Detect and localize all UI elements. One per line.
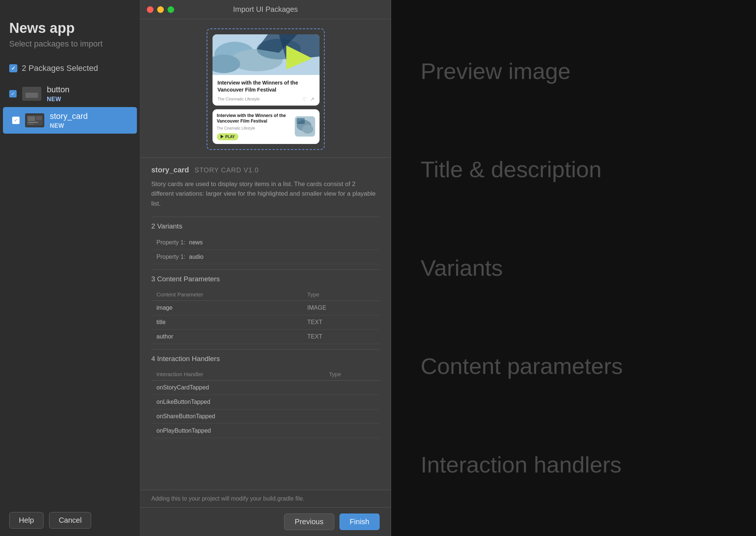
interaction-section-title: 4 Interaction Handlers	[151, 355, 380, 363]
news-card-large: Interview with the Winners of the Vancou…	[213, 34, 320, 106]
param-name-2: author	[151, 330, 302, 344]
news-card-small-content: Interview with the Winners of the Vancou…	[217, 113, 291, 140]
package-name-button: button	[47, 85, 69, 95]
variant-item-0: Property 1: news	[151, 236, 380, 250]
component-version: STORY CARD V1.0	[194, 166, 259, 174]
component-name: story_card	[151, 166, 189, 174]
interaction-row-1: onLikeButtonTapped	[151, 395, 380, 409]
news-card-title: Interview with the Winners of the Vancou…	[218, 79, 314, 93]
variant-value-0: news	[189, 239, 203, 246]
play-label: PLAY	[225, 135, 235, 139]
interaction-handler-2: onShareButtonTapped	[151, 409, 324, 424]
package-badge-story-card: NEW	[50, 123, 88, 129]
package-item-button[interactable]: button NEW	[0, 80, 140, 107]
play-button[interactable]: PLAY	[217, 133, 239, 140]
package-name-story-card: story_card	[50, 111, 88, 121]
news-card-actions: ♡ ↗	[302, 96, 314, 102]
interaction-row-2: onShareButtonTapped	[151, 409, 380, 424]
package-icon-story-card	[25, 113, 44, 127]
interaction-handler-0: onStoryCardTapped	[151, 381, 324, 395]
content-params-section-title: 3 Content Parameters	[151, 275, 380, 283]
package-info-story-card: story_card NEW	[50, 111, 88, 129]
footer-note: Adding this to your project will modify …	[140, 490, 391, 507]
interaction-col2-header: Type	[324, 368, 380, 381]
interaction-col1-header: Interaction Handler	[151, 368, 324, 381]
divider-2	[151, 269, 380, 270]
interaction-row-0: onStoryCardTapped	[151, 381, 380, 395]
svg-rect-4	[36, 116, 42, 120]
package-badge-button: NEW	[47, 96, 69, 103]
svg-rect-3	[28, 124, 34, 124]
select-all-checkbox[interactable]	[9, 64, 17, 72]
play-triangle-icon	[221, 135, 224, 138]
col-param-header: Content Parameter	[151, 288, 302, 301]
svg-point-13	[302, 125, 313, 134]
title-bar: Import UI Packages	[140, 0, 391, 19]
cancel-button[interactable]: Cancel	[49, 512, 91, 529]
param-type-1: TEXT	[302, 315, 380, 330]
svg-rect-2	[28, 122, 38, 123]
right-panel: Preview image Title & description Varian…	[391, 0, 756, 536]
heart-icon[interactable]: ♡	[302, 96, 307, 102]
dialog-area: Import UI Packages	[140, 0, 391, 536]
svg-rect-1	[28, 116, 35, 121]
param-type-0: IMAGE	[302, 301, 380, 315]
variant-label-0: Property 1:	[156, 239, 185, 246]
divider-1	[151, 217, 380, 217]
packages-selected-label: 2 Packages Selected	[22, 63, 98, 73]
maximize-button[interactable]	[168, 6, 174, 13]
package-item-story-card[interactable]: story_card NEW	[3, 107, 137, 134]
previous-button[interactable]: Previous	[284, 513, 334, 530]
panel-section-interaction: Interaction handlers	[421, 451, 726, 478]
help-button[interactable]: Help	[9, 512, 44, 529]
news-card-small-thumb	[295, 116, 315, 137]
panel-section-content-params: Content parameters	[421, 353, 726, 380]
share-icon[interactable]: ↗	[310, 96, 314, 102]
interaction-header-row: Interaction Handler Type	[151, 368, 380, 381]
dialog-title: Import UI Packages	[233, 5, 298, 14]
news-card-small-source: The Cinematic Lifestyle	[217, 126, 291, 130]
variant-item-1: Property 1: audio	[151, 250, 380, 264]
sidebar-bottom: Help Cancel	[0, 505, 140, 536]
panel-section-title-desc: Title & description	[421, 156, 726, 183]
info-section: story_card STORY CARD V1.0 Story cards a…	[140, 158, 391, 490]
variants-section-title: 2 Variants	[151, 222, 380, 230]
content-param-row-0: image IMAGE	[151, 301, 380, 315]
finish-button[interactable]: Finish	[339, 513, 380, 530]
variant-label-1: Property 1:	[156, 254, 185, 260]
preview-card-container: Interview with the Winners of the Vancou…	[207, 28, 325, 150]
content-param-row-2: author TEXT	[151, 330, 380, 344]
info-header: story_card STORY CARD V1.0	[151, 166, 380, 174]
sidebar-header: News app Select packages to import	[0, 0, 140, 56]
interaction-handler-3: onPlayButtonTapped	[151, 424, 324, 438]
news-card-footer: The Cinematic Lifestyle ♡ ↗	[218, 96, 314, 102]
table-header-row: Content Parameter Type	[151, 288, 380, 301]
window-controls	[147, 6, 174, 13]
interaction-handler-1: onLikeButtonTapped	[151, 395, 324, 409]
preview-area: Interview with the Winners of the Vancou…	[140, 19, 391, 158]
package-icon-button	[22, 87, 41, 101]
param-type-2: TEXT	[302, 330, 380, 344]
content-param-row-1: title TEXT	[151, 315, 380, 330]
package-checkbox-button[interactable]	[9, 90, 17, 97]
news-card-small: Interview with the Winners of the Vancou…	[213, 109, 320, 144]
svg-rect-14	[297, 118, 305, 124]
panel-section-variants: Variants	[421, 254, 726, 282]
content-params-table: Content Parameter Type image IMAGE title…	[151, 288, 380, 344]
component-description: Story cards are used to display story it…	[151, 179, 380, 209]
sidebar: News app Select packages to import 2 Pac…	[0, 0, 140, 536]
packages-selected-row: 2 Packages Selected	[0, 56, 140, 79]
param-name-0: image	[151, 301, 302, 315]
close-button[interactable]	[147, 6, 153, 13]
variant-value-1: audio	[189, 254, 203, 260]
minimize-button[interactable]	[157, 6, 164, 13]
interaction-handlers-table: Interaction Handler Type onStoryCardTapp…	[151, 368, 380, 438]
package-list: button NEW story_card NEW	[0, 79, 140, 505]
news-card-image	[213, 34, 320, 75]
app-subtitle: Select packages to import	[9, 39, 131, 49]
app-title: News app	[9, 20, 131, 36]
package-checkbox-story-card[interactable]	[12, 117, 20, 124]
news-card-small-title: Interview with the Winners of the Vancou…	[217, 113, 291, 124]
dialog-footer: Previous Finish	[140, 507, 391, 536]
col-type-header: Type	[302, 288, 380, 301]
